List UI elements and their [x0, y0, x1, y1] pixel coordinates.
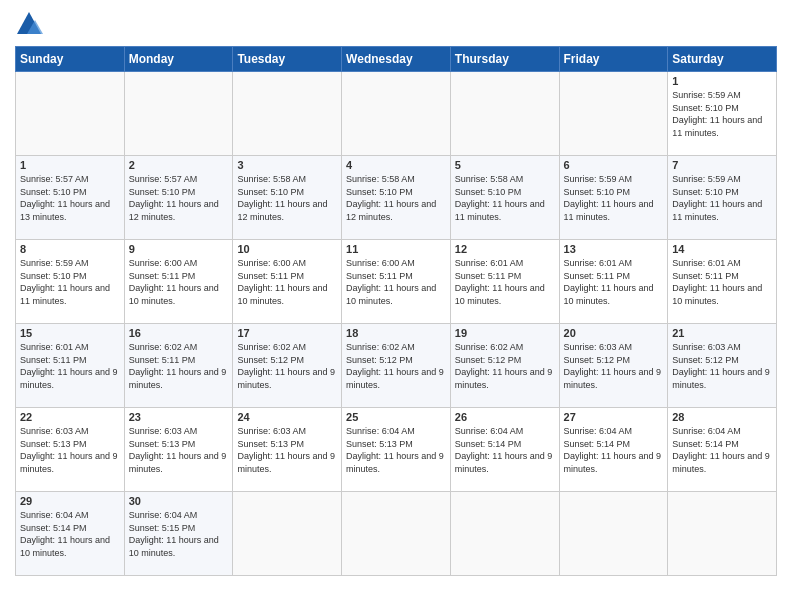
day-cell: 1 Sunrise: 5:59 AMSunset: 5:10 PMDayligh… — [668, 72, 777, 156]
day-info: Sunrise: 6:01 AMSunset: 5:11 PMDaylight:… — [20, 341, 120, 391]
weekday-friday: Friday — [559, 47, 668, 72]
day-number: 7 — [672, 159, 772, 171]
day-info: Sunrise: 6:04 AMSunset: 5:15 PMDaylight:… — [129, 509, 229, 559]
day-cell: 23 Sunrise: 6:03 AMSunset: 5:13 PMDaylig… — [124, 408, 233, 492]
day-cell: 16 Sunrise: 6:02 AMSunset: 5:11 PMDaylig… — [124, 324, 233, 408]
week-row-2: 1 Sunrise: 5:57 AMSunset: 5:10 PMDayligh… — [16, 156, 777, 240]
day-info: Sunrise: 6:04 AMSunset: 5:13 PMDaylight:… — [346, 425, 446, 475]
page-header — [15, 10, 777, 38]
day-cell: 3 Sunrise: 5:58 AMSunset: 5:10 PMDayligh… — [233, 156, 342, 240]
day-info: Sunrise: 5:58 AMSunset: 5:10 PMDaylight:… — [346, 173, 446, 223]
day-cell: 6 Sunrise: 5:59 AMSunset: 5:10 PMDayligh… — [559, 156, 668, 240]
week-row-4: 15 Sunrise: 6:01 AMSunset: 5:11 PMDaylig… — [16, 324, 777, 408]
day-number: 1 — [20, 159, 120, 171]
day-cell: 21 Sunrise: 6:03 AMSunset: 5:12 PMDaylig… — [668, 324, 777, 408]
day-cell: 14 Sunrise: 6:01 AMSunset: 5:11 PMDaylig… — [668, 240, 777, 324]
day-cell: 12 Sunrise: 6:01 AMSunset: 5:11 PMDaylig… — [450, 240, 559, 324]
day-number: 12 — [455, 243, 555, 255]
day-info: Sunrise: 6:04 AMSunset: 5:14 PMDaylight:… — [455, 425, 555, 475]
day-cell — [450, 72, 559, 156]
day-info: Sunrise: 6:00 AMSunset: 5:11 PMDaylight:… — [346, 257, 446, 307]
week-row-1: 1 Sunrise: 5:59 AMSunset: 5:10 PMDayligh… — [16, 72, 777, 156]
day-info: Sunrise: 6:00 AMSunset: 5:11 PMDaylight:… — [237, 257, 337, 307]
day-info: Sunrise: 6:04 AMSunset: 5:14 PMDaylight:… — [672, 425, 772, 475]
day-cell — [559, 72, 668, 156]
day-cell — [124, 72, 233, 156]
day-number: 17 — [237, 327, 337, 339]
weekday-sunday: Sunday — [16, 47, 125, 72]
day-number: 10 — [237, 243, 337, 255]
day-info: Sunrise: 6:01 AMSunset: 5:11 PMDaylight:… — [564, 257, 664, 307]
day-info: Sunrise: 6:03 AMSunset: 5:12 PMDaylight:… — [672, 341, 772, 391]
weekday-saturday: Saturday — [668, 47, 777, 72]
day-number: 19 — [455, 327, 555, 339]
day-info: Sunrise: 6:02 AMSunset: 5:12 PMDaylight:… — [346, 341, 446, 391]
day-info: Sunrise: 6:00 AMSunset: 5:11 PMDaylight:… — [129, 257, 229, 307]
day-cell: 24 Sunrise: 6:03 AMSunset: 5:13 PMDaylig… — [233, 408, 342, 492]
day-number: 24 — [237, 411, 337, 423]
day-number: 2 — [129, 159, 229, 171]
week-row-5: 22 Sunrise: 6:03 AMSunset: 5:13 PMDaylig… — [16, 408, 777, 492]
day-number: 20 — [564, 327, 664, 339]
day-number: 6 — [564, 159, 664, 171]
week-row-3: 8 Sunrise: 5:59 AMSunset: 5:10 PMDayligh… — [16, 240, 777, 324]
day-info: Sunrise: 6:03 AMSunset: 5:13 PMDaylight:… — [129, 425, 229, 475]
day-cell: 10 Sunrise: 6:00 AMSunset: 5:11 PMDaylig… — [233, 240, 342, 324]
day-cell — [233, 72, 342, 156]
day-info: Sunrise: 5:59 AMSunset: 5:10 PMDaylight:… — [564, 173, 664, 223]
day-number: 4 — [346, 159, 446, 171]
day-info: Sunrise: 6:04 AMSunset: 5:14 PMDaylight:… — [564, 425, 664, 475]
day-cell: 9 Sunrise: 6:00 AMSunset: 5:11 PMDayligh… — [124, 240, 233, 324]
day-cell: 22 Sunrise: 6:03 AMSunset: 5:13 PMDaylig… — [16, 408, 125, 492]
weekday-wednesday: Wednesday — [342, 47, 451, 72]
weekday-tuesday: Tuesday — [233, 47, 342, 72]
day-number: 27 — [564, 411, 664, 423]
day-cell — [450, 492, 559, 576]
day-number: 22 — [20, 411, 120, 423]
day-number: 26 — [455, 411, 555, 423]
day-cell: 25 Sunrise: 6:04 AMSunset: 5:13 PMDaylig… — [342, 408, 451, 492]
day-info: Sunrise: 5:59 AMSunset: 5:10 PMDaylight:… — [672, 173, 772, 223]
logo-icon — [15, 10, 43, 38]
day-info: Sunrise: 6:03 AMSunset: 5:13 PMDaylight:… — [237, 425, 337, 475]
day-number: 21 — [672, 327, 772, 339]
day-number: 25 — [346, 411, 446, 423]
day-number: 9 — [129, 243, 229, 255]
day-cell — [342, 492, 451, 576]
day-cell — [16, 72, 125, 156]
day-number: 15 — [20, 327, 120, 339]
day-info: Sunrise: 5:58 AMSunset: 5:10 PMDaylight:… — [455, 173, 555, 223]
day-info: Sunrise: 6:01 AMSunset: 5:11 PMDaylight:… — [455, 257, 555, 307]
day-cell: 7 Sunrise: 5:59 AMSunset: 5:10 PMDayligh… — [668, 156, 777, 240]
week-row-6: 29 Sunrise: 6:04 AMSunset: 5:14 PMDaylig… — [16, 492, 777, 576]
day-cell — [559, 492, 668, 576]
day-cell: 8 Sunrise: 5:59 AMSunset: 5:10 PMDayligh… — [16, 240, 125, 324]
day-number: 16 — [129, 327, 229, 339]
day-number: 3 — [237, 159, 337, 171]
day-info: Sunrise: 5:58 AMSunset: 5:10 PMDaylight:… — [237, 173, 337, 223]
day-cell: 2 Sunrise: 5:57 AMSunset: 5:10 PMDayligh… — [124, 156, 233, 240]
day-info: Sunrise: 5:59 AMSunset: 5:10 PMDaylight:… — [672, 89, 772, 139]
day-number: 11 — [346, 243, 446, 255]
day-cell — [668, 492, 777, 576]
day-number: 18 — [346, 327, 446, 339]
weekday-header-row: SundayMondayTuesdayWednesdayThursdayFrid… — [16, 47, 777, 72]
weekday-thursday: Thursday — [450, 47, 559, 72]
day-cell: 4 Sunrise: 5:58 AMSunset: 5:10 PMDayligh… — [342, 156, 451, 240]
day-number: 8 — [20, 243, 120, 255]
day-info: Sunrise: 5:59 AMSunset: 5:10 PMDaylight:… — [20, 257, 120, 307]
day-cell: 30 Sunrise: 6:04 AMSunset: 5:15 PMDaylig… — [124, 492, 233, 576]
day-cell: 15 Sunrise: 6:01 AMSunset: 5:11 PMDaylig… — [16, 324, 125, 408]
day-info: Sunrise: 5:57 AMSunset: 5:10 PMDaylight:… — [20, 173, 120, 223]
day-info: Sunrise: 6:01 AMSunset: 5:11 PMDaylight:… — [672, 257, 772, 307]
day-cell: 5 Sunrise: 5:58 AMSunset: 5:10 PMDayligh… — [450, 156, 559, 240]
day-number: 29 — [20, 495, 120, 507]
day-info: Sunrise: 5:57 AMSunset: 5:10 PMDaylight:… — [129, 173, 229, 223]
day-cell: 1 Sunrise: 5:57 AMSunset: 5:10 PMDayligh… — [16, 156, 125, 240]
day-number: 13 — [564, 243, 664, 255]
day-number: 30 — [129, 495, 229, 507]
day-cell: 11 Sunrise: 6:00 AMSunset: 5:11 PMDaylig… — [342, 240, 451, 324]
calendar-page: SundayMondayTuesdayWednesdayThursdayFrid… — [0, 0, 792, 612]
day-number: 1 — [672, 75, 772, 87]
day-info: Sunrise: 6:04 AMSunset: 5:14 PMDaylight:… — [20, 509, 120, 559]
